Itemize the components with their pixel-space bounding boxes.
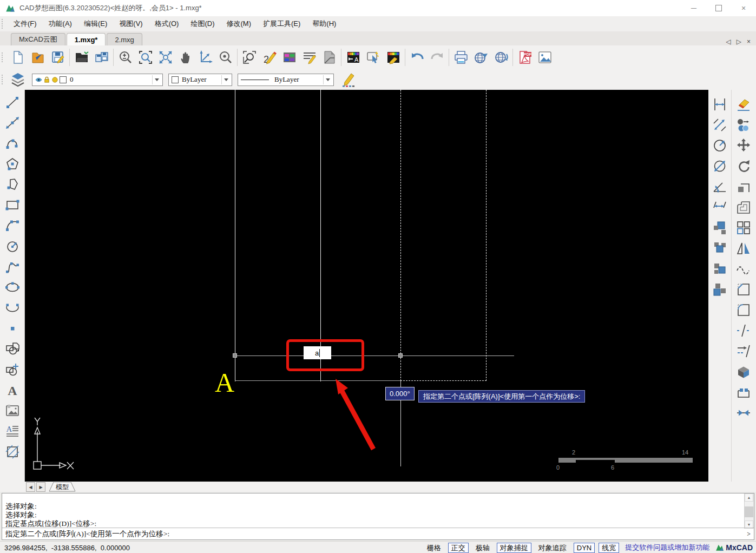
edit-text-button[interactable]	[299, 47, 319, 68]
model-next-button[interactable]: ▶	[36, 482, 45, 492]
dim-continue-button[interactable]	[709, 197, 730, 218]
rotate-button[interactable]	[733, 156, 754, 176]
tab-model[interactable]: 模型	[49, 482, 76, 492]
elliptical-arc-button[interactable]	[2, 298, 23, 318]
scroll-up-icon[interactable]: ▲	[745, 493, 753, 502]
open-web-button[interactable]	[491, 47, 511, 68]
line-button[interactable]	[2, 92, 23, 113]
print-button[interactable]	[451, 47, 471, 68]
closed-polyline-button[interactable]	[2, 174, 23, 195]
publish-web-button[interactable]	[471, 47, 491, 68]
undo-button[interactable]	[407, 47, 427, 68]
menu-item-2[interactable]: 功能(A)	[43, 17, 78, 31]
zoom-dynamic-button[interactable]	[115, 47, 135, 68]
redo-button[interactable]	[427, 47, 447, 68]
scale-button[interactable]	[733, 176, 754, 197]
dim-radius-button[interactable]	[709, 135, 730, 156]
draw-order-back-button[interactable]	[709, 238, 730, 259]
dim-linear-button[interactable]	[709, 94, 730, 115]
rectangle-button[interactable]	[2, 195, 23, 215]
tab-prev-icon[interactable]: ◁	[726, 38, 731, 45]
layer-manager-button[interactable]: A	[343, 47, 363, 68]
point-button[interactable]	[2, 318, 23, 339]
menu-item-9[interactable]: 帮助(H)	[306, 17, 342, 31]
page-setup-button[interactable]	[319, 47, 339, 68]
open-folder-button[interactable]	[71, 47, 91, 68]
erase-button[interactable]	[733, 94, 754, 115]
menu-item-3[interactable]: 编辑(E)	[78, 17, 113, 31]
doc-tab-3[interactable]: 2.mxg	[107, 33, 142, 45]
ellipse-button[interactable]	[2, 277, 23, 298]
grip-point-left[interactable]	[233, 353, 237, 358]
menu-item-7[interactable]: 修改(M)	[220, 17, 257, 31]
dim-angular-button[interactable]	[709, 176, 730, 197]
toggle-polar[interactable]: 极轴	[472, 543, 493, 553]
chevron-down-icon[interactable]	[152, 75, 161, 84]
circle-button[interactable]	[2, 236, 23, 256]
command-input-line[interactable]: 指定第二个点或[阵列(A)]<使用第一个点作为位移>:	[2, 528, 754, 539]
save-button[interactable]	[48, 47, 68, 68]
zoom-center-button[interactable]	[215, 47, 235, 68]
format-painter-button[interactable]	[383, 47, 403, 68]
tab-next-icon[interactable]: ▷	[737, 38, 741, 45]
move-button[interactable]	[733, 135, 754, 156]
menu-item-6[interactable]: 绘图(D)	[185, 17, 220, 31]
zoom-extents-button[interactable]	[155, 47, 175, 68]
multiline-text-button[interactable]: A	[2, 421, 23, 442]
draw-settings-button[interactable]	[338, 69, 358, 90]
quick-select-button[interactable]	[363, 47, 383, 68]
zoom-window-button[interactable]	[135, 47, 155, 68]
create-block-button[interactable]	[2, 359, 23, 380]
insert-block-button[interactable]	[2, 339, 23, 359]
layer-dropdown[interactable]: 0	[32, 74, 163, 86]
minimize-button[interactable]: ─	[681, 0, 706, 16]
export-pdf-button[interactable]: PDF	[515, 47, 535, 68]
dim-aligned-button[interactable]	[709, 115, 730, 135]
color-palette-button[interactable]	[279, 47, 299, 68]
command-scrollbar[interactable]: ▲ ▼	[744, 493, 754, 529]
copy-button[interactable]	[733, 115, 754, 135]
edit-spline-button[interactable]	[733, 259, 754, 279]
linetype-dropdown[interactable]: ByLayer	[238, 74, 334, 86]
inplace-text-input[interactable]: a	[304, 346, 331, 359]
construction-line-button[interactable]	[2, 113, 23, 133]
break-button[interactable]	[733, 320, 754, 341]
menu-item-1[interactable]: 文件(F)	[8, 17, 43, 31]
dim-diameter-button[interactable]	[709, 156, 730, 176]
model-prev-button[interactable]: ◀	[26, 482, 35, 492]
menu-item-4[interactable]: 视图(V)	[113, 17, 148, 31]
doc-tab-1[interactable]: MxCAD云图	[11, 33, 65, 45]
draw-order-below-button[interactable]	[709, 279, 730, 300]
command-expand-icon[interactable]: >	[747, 530, 751, 538]
arc-button[interactable]	[2, 215, 23, 236]
draw-order-above-button[interactable]	[709, 259, 730, 279]
chevron-down-icon[interactable]	[221, 75, 231, 84]
toggle-ortho[interactable]: 正交	[448, 543, 469, 553]
export-image-button[interactable]	[535, 47, 555, 68]
doc-tab-2[interactable]: 1.mxg*	[67, 33, 106, 45]
fillet-button[interactable]	[733, 300, 754, 320]
join-button[interactable]	[733, 403, 754, 423]
explode-button[interactable]	[733, 361, 754, 382]
menu-item-8[interactable]: 扩展工具(E)	[257, 17, 306, 31]
insert-image-button[interactable]	[2, 400, 23, 421]
grip-point-base[interactable]	[398, 353, 403, 358]
stretch-button[interactable]	[733, 382, 754, 403]
command-box[interactable]: 选择对象:选择对象:指定基点或[位移(D)]<位移>: ▲ ▼ 指定第二个点或[…	[2, 493, 754, 540]
scroll-thumb[interactable]	[745, 506, 753, 517]
tab-close-icon[interactable]: ×	[747, 38, 751, 45]
feedback-link[interactable]: 提交软件问题或增加新功能	[625, 543, 709, 552]
new-file-button[interactable]	[8, 47, 28, 68]
array-button[interactable]	[733, 218, 754, 238]
polygon-button[interactable]	[2, 154, 23, 174]
toggle-osnap[interactable]: 对象捕捉	[497, 543, 531, 553]
polyline-button[interactable]	[2, 133, 23, 154]
color-dropdown[interactable]: ByLayer	[168, 74, 232, 86]
find-text-button[interactable]	[239, 47, 259, 68]
spline-button[interactable]	[2, 256, 23, 277]
drawing-canvas[interactable]: a A 0.000° 指定第二个点或[阵列(A)]<使用第一个点作为位移>: 2…	[25, 90, 708, 482]
toggle-otrack[interactable]: 对象追踪	[535, 543, 570, 553]
pan-button[interactable]	[175, 47, 195, 68]
single-text-button[interactable]: A	[2, 380, 23, 400]
mirror-button[interactable]	[733, 238, 754, 259]
